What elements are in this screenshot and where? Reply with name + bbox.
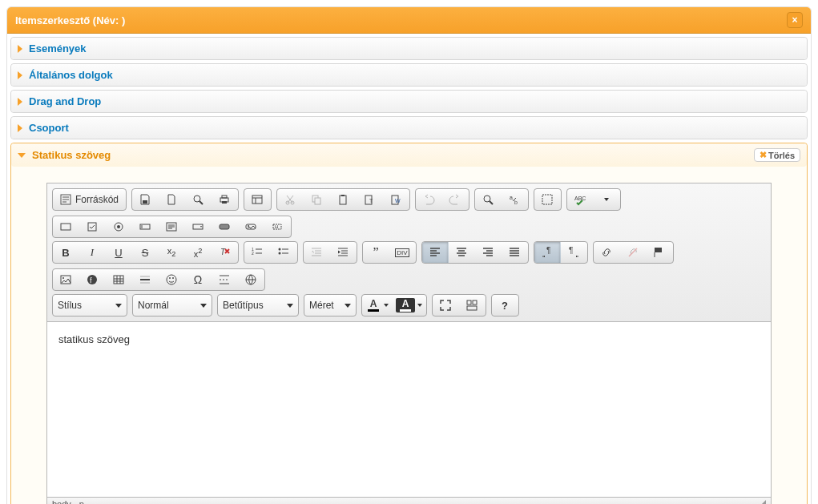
templates-icon: [251, 193, 264, 206]
font-combo[interactable]: Betűtípus: [217, 294, 299, 317]
spellcheck-button[interactable]: ABC: [567, 189, 594, 210]
paste-word-button[interactable]: W: [383, 189, 409, 210]
textfield-button[interactable]: [132, 216, 159, 237]
editor-content-area[interactable]: statikus szöveg: [47, 322, 771, 497]
blockquote-button[interactable]: ”: [363, 242, 389, 263]
preview-button[interactable]: [185, 189, 212, 210]
accordion-item-general: Általános dolgok: [10, 63, 808, 87]
size-combo[interactable]: Méret: [304, 294, 357, 317]
toolbar-group-links: [593, 241, 674, 264]
align-right-button[interactable]: [475, 242, 502, 263]
superscript-button[interactable]: x2: [185, 242, 212, 263]
bidi-rtl-icon: ¶: [567, 246, 580, 259]
templates-button[interactable]: [244, 189, 271, 210]
path-p[interactable]: p: [79, 499, 84, 504]
outdent-button[interactable]: [304, 242, 330, 263]
resize-handle[interactable]: [758, 500, 766, 504]
show-blocks-button[interactable]: [459, 295, 486, 316]
replace-button[interactable]: ab: [502, 189, 528, 210]
numbered-list-button[interactable]: 12: [244, 242, 271, 263]
svg-text:W: W: [395, 198, 401, 204]
svg-text:ABC: ABC: [574, 196, 586, 201]
accordion-header-static-text[interactable]: Statikus szöveg ✖ Törlés: [11, 143, 807, 167]
flash-icon: f: [86, 273, 99, 286]
bullet-list-button[interactable]: [271, 242, 297, 263]
select-button[interactable]: [185, 216, 212, 237]
hr-button[interactable]: [132, 269, 159, 290]
accordion-header-general[interactable]: Általános dolgok: [11, 64, 807, 86]
format-combo[interactable]: Normál: [132, 294, 212, 317]
page-break-button[interactable]: [212, 269, 238, 290]
button-field-button[interactable]: [212, 216, 238, 237]
new-page-button[interactable]: [159, 189, 185, 210]
indent-button[interactable]: [330, 242, 357, 263]
copy-button[interactable]: [304, 189, 330, 210]
delete-button[interactable]: ✖ Törlés: [754, 148, 800, 162]
print-button[interactable]: [212, 189, 238, 210]
form-button[interactable]: [53, 216, 79, 237]
redo-button[interactable]: [442, 189, 469, 210]
editor-toolbar: Forráskód: [47, 183, 771, 322]
bidi-rtl-button[interactable]: ¶: [561, 242, 587, 263]
accordion-header-events[interactable]: Események: [11, 38, 807, 59]
paste-text-button[interactable]: T: [357, 189, 383, 210]
strike-icon: S: [142, 247, 149, 259]
italic-button[interactable]: I: [79, 242, 106, 263]
dialog-close-button[interactable]: ×: [787, 12, 803, 28]
find-button[interactable]: [475, 189, 502, 210]
iframe-button[interactable]: [238, 269, 264, 290]
image-button[interactable]: [53, 269, 79, 290]
cut-button[interactable]: [277, 189, 304, 210]
undo-button[interactable]: [416, 189, 442, 210]
unlink-button[interactable]: [620, 242, 647, 263]
save-button[interactable]: [132, 189, 159, 210]
subscript-button[interactable]: x2: [159, 242, 185, 263]
spellcheck-dropdown[interactable]: [594, 189, 620, 210]
remove-format-button[interactable]: T: [212, 242, 238, 263]
style-combo[interactable]: Stílus: [52, 294, 127, 317]
align-center-button[interactable]: [449, 242, 475, 263]
source-button[interactable]: Forráskód: [53, 189, 126, 210]
hr-icon: [139, 273, 151, 286]
bidi-ltr-button[interactable]: ¶: [534, 242, 561, 263]
align-justify-button[interactable]: [502, 242, 528, 263]
underline-button[interactable]: U: [106, 242, 132, 263]
maximize-icon: [439, 299, 452, 312]
checkbox-button[interactable]: [79, 216, 106, 237]
accordion-label: Általános dolgok: [29, 69, 113, 81]
select-all-icon: [541, 193, 554, 206]
textarea-button[interactable]: [159, 216, 185, 237]
accordion-header-group[interactable]: Csoport: [11, 117, 807, 139]
paste-button[interactable]: [330, 189, 357, 210]
svg-text:¶: ¶: [569, 246, 573, 255]
strike-button[interactable]: S: [132, 242, 159, 263]
omega-icon: Ω: [194, 273, 202, 286]
radio-button[interactable]: [106, 216, 132, 237]
dialog-titlebar[interactable]: Itemszerkesztő (Név: ) ×: [7, 7, 811, 34]
smiley-button[interactable]: [159, 269, 185, 290]
flash-button[interactable]: f: [79, 269, 106, 290]
toolbar-group-align: [421, 241, 529, 264]
text-color-icon: A: [370, 299, 377, 308]
about-button[interactable]: ?: [492, 295, 518, 316]
select-all-button[interactable]: [534, 189, 561, 210]
align-left-button[interactable]: [422, 242, 449, 263]
item-editor-dialog: Itemszerkesztő (Név: ) × Események Által…: [6, 6, 812, 504]
image-button-button[interactable]: [238, 216, 264, 237]
align-justify-icon: [508, 246, 521, 259]
svg-rect-26: [61, 224, 71, 230]
toolbar-group-templates: [244, 188, 272, 211]
anchor-button[interactable]: [647, 242, 673, 263]
smiley-icon: [165, 273, 178, 286]
text-color-button[interactable]: A: [362, 295, 393, 316]
hidden-field-button[interactable]: H: [264, 216, 291, 237]
special-char-button[interactable]: Ω: [185, 269, 212, 290]
path-body[interactable]: body: [52, 499, 71, 504]
table-button[interactable]: [106, 269, 132, 290]
link-button[interactable]: [594, 242, 620, 263]
maximize-button[interactable]: [433, 295, 459, 316]
accordion-header-dragdrop[interactable]: Drag and Drop: [11, 91, 807, 112]
create-div-button[interactable]: DIV: [389, 242, 416, 263]
bg-color-button[interactable]: A: [393, 295, 426, 316]
bold-button[interactable]: B: [53, 242, 79, 263]
